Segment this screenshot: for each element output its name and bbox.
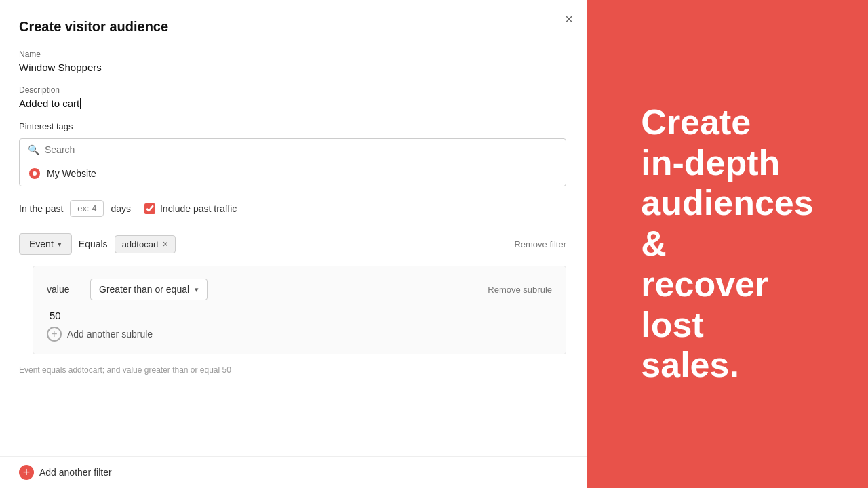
search-container: 🔍 My Website: [19, 138, 566, 186]
event-dropdown-button[interactable]: Event ▾: [19, 233, 72, 255]
condition-dropdown-button[interactable]: Greater than or equal ▾: [90, 279, 208, 300]
condition-label: Greater than or equal: [99, 284, 189, 295]
radio-my-website[interactable]: [29, 168, 40, 179]
text-cursor: [80, 98, 81, 109]
tag-item-my-website[interactable]: My Website: [20, 161, 566, 186]
add-filter-label[interactable]: Add another filter: [39, 467, 112, 478]
right-panel: Create in-depth audiences & recover lost…: [587, 0, 868, 488]
filter-row: Event ▾ Equals addtocart × Remove filter: [19, 233, 566, 255]
days-input[interactable]: [70, 200, 104, 217]
include-past-traffic-wrap: Include past traffic: [144, 203, 237, 214]
modal-title: Create visitor audience: [19, 19, 566, 35]
add-filter-row: + Add another filter: [0, 456, 587, 488]
in-past-row: In the past days Include past traffic: [19, 200, 566, 217]
search-inner: 🔍: [20, 139, 566, 161]
subrule-section: value Greater than or equal ▾ Remove sub…: [33, 266, 566, 354]
search-icon: 🔍: [28, 144, 39, 155]
add-subrule-icon[interactable]: +: [47, 327, 62, 342]
equals-label: Equals: [79, 239, 108, 249]
tag-chip: addtocart ×: [115, 235, 176, 253]
modal-panel: × Create visitor audience Name Window Sh…: [0, 0, 587, 488]
event-label: Event: [29, 239, 54, 249]
description-label: Description: [19, 85, 566, 95]
condition-chevron-icon: ▾: [195, 285, 199, 294]
name-value: Window Shoppers: [19, 62, 566, 73]
subrule-numeric-value: 50: [47, 310, 552, 321]
filter-summary: Event equals addtocart; and value greate…: [19, 365, 566, 375]
remove-filter-button[interactable]: Remove filter: [514, 239, 566, 249]
subrule-condition-row: value Greater than or equal ▾ Remove sub…: [47, 279, 552, 300]
pinterest-tags-label: Pinterest tags: [19, 121, 566, 131]
close-button[interactable]: ×: [565, 12, 573, 26]
tag-item-label: My Website: [47, 168, 96, 179]
promo-text: Create in-depth audiences & recover lost…: [641, 102, 813, 386]
subrule-value-label: value: [47, 284, 81, 295]
event-chevron-icon: ▾: [58, 240, 62, 249]
remove-subrule-button[interactable]: Remove subrule: [488, 285, 552, 295]
include-past-traffic-label[interactable]: Include past traffic: [160, 203, 237, 214]
description-value: Added to cart: [19, 98, 566, 109]
remove-chip-button[interactable]: ×: [163, 239, 168, 249]
name-label: Name: [19, 49, 566, 59]
add-subrule-label[interactable]: Add another subrule: [67, 329, 153, 340]
tag-chip-value: addtocart: [122, 239, 159, 249]
add-filter-icon[interactable]: +: [19, 465, 34, 480]
include-past-traffic-checkbox[interactable]: [144, 203, 155, 214]
days-label: days: [111, 203, 131, 214]
in-past-label: In the past: [19, 203, 63, 214]
search-input[interactable]: [45, 144, 557, 155]
add-subrule-row: + Add another subrule: [47, 327, 552, 342]
